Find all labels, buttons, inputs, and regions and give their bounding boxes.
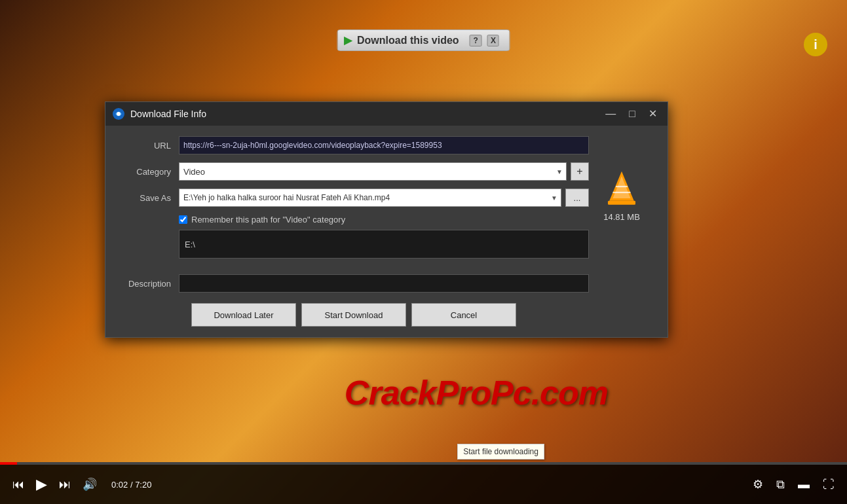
volume-icon: 🔊 [83, 477, 97, 492]
category-label: Category [119, 167, 171, 177]
play-icon: ▶ [344, 34, 352, 46]
pip-icon: ⧉ [776, 478, 785, 492]
saveas-input-container: ▼ [179, 189, 561, 207]
path-input[interactable] [179, 230, 589, 259]
remember-checkbox[interactable] [179, 215, 187, 224]
button-row: Download Later Start Download Cancel [119, 303, 589, 327]
fullscreen-button[interactable]: ⛶ [820, 475, 837, 494]
top-download-label: Download this video [357, 35, 459, 46]
dialog-close-button[interactable]: ✕ [645, 107, 661, 120]
description-input[interactable] [179, 274, 589, 293]
play-pause-icon: ▶ [36, 476, 47, 493]
help-button[interactable]: ? [470, 35, 482, 46]
saveas-label: Save As [119, 193, 171, 203]
top-close-button[interactable]: X [487, 35, 499, 46]
svg-point-1 [117, 112, 121, 116]
video-controls: ⏮ ▶ ⏭ 🔊 0:02 / 7:20 ⚙ ⧉ ▬ ⛶ [0, 465, 847, 504]
download-later-button[interactable]: Download Later [191, 303, 296, 327]
skip-start-button[interactable]: ⏮ [10, 475, 27, 494]
url-input[interactable] [179, 136, 589, 154]
file-size: 14.81 MB [603, 212, 640, 222]
description-label: Description [119, 279, 171, 289]
browse-button[interactable]: ... [565, 189, 589, 207]
dialog-title: Download File Info [130, 109, 596, 119]
saveas-row: Save As ▼ ... [119, 189, 589, 207]
dialog-inner: 14.81 MB URL Category Video Audio [119, 136, 654, 327]
category-wrapper: Video Audio Document Other ▼ + [179, 162, 589, 181]
url-row: URL [119, 136, 589, 154]
dialog-maximize-button[interactable]: □ [625, 107, 639, 120]
skip-end-icon: ⏭ [59, 478, 71, 492]
time-display: 0:02 / 7:20 [111, 480, 151, 490]
add-category-button[interactable]: + [571, 162, 589, 181]
pip-button[interactable]: ⧉ [774, 475, 787, 494]
saveas-wrapper: ▼ ... [179, 189, 589, 207]
category-select-container: Video Audio Document Other ▼ [179, 162, 567, 181]
info-icon[interactable]: i [804, 33, 827, 56]
saveas-input[interactable] [179, 189, 561, 207]
download-dialog: Download File Info — □ ✕ 14.81 MB [105, 101, 668, 338]
settings-icon: ⚙ [753, 477, 763, 492]
remember-row: Remember this path for "Video" category [119, 215, 589, 225]
remember-label: Remember this path for "Video" category [191, 215, 345, 225]
path-row [119, 230, 589, 266]
fullscreen-icon: ⛶ [823, 478, 835, 492]
theater-icon: ▬ [798, 478, 810, 492]
svg-rect-3 [608, 201, 635, 205]
dialog-titlebar: Download File Info — □ ✕ [105, 102, 668, 126]
dialog-body: 14.81 MB URL Category Video Audio [105, 126, 668, 337]
vlc-cone-icon [602, 169, 641, 208]
settings-button[interactable]: ⚙ [750, 475, 766, 494]
info-icon-label: i [814, 37, 818, 52]
cancel-button[interactable]: Cancel [411, 303, 516, 327]
content-area: URL Category Video Audio Document Other [119, 136, 589, 327]
dialog-minimize-button[interactable]: — [601, 107, 620, 120]
theater-button[interactable]: ▬ [795, 475, 812, 494]
start-download-button[interactable]: Start Download [301, 303, 406, 327]
category-select[interactable]: Video Audio Document Other [179, 162, 567, 181]
description-row: Description [119, 274, 589, 293]
tooltip: Start file downloading [457, 444, 544, 459]
url-label: URL [119, 141, 171, 151]
top-download-button[interactable]: ▶ Download this video ? X [337, 29, 510, 51]
vlc-icon-area: 14.81 MB [602, 169, 641, 222]
skip-start-icon: ⏮ [12, 478, 24, 492]
skip-end-button[interactable]: ⏭ [56, 475, 73, 494]
category-row: Category Video Audio Document Other ▼ + [119, 162, 589, 181]
watermark: CrackProPc.com [345, 373, 608, 412]
volume-button[interactable]: 🔊 [80, 475, 100, 494]
dialog-logo [112, 107, 125, 120]
play-button[interactable]: ▶ [33, 473, 50, 495]
right-controls: ⚙ ⧉ ▬ ⛶ [750, 475, 837, 494]
